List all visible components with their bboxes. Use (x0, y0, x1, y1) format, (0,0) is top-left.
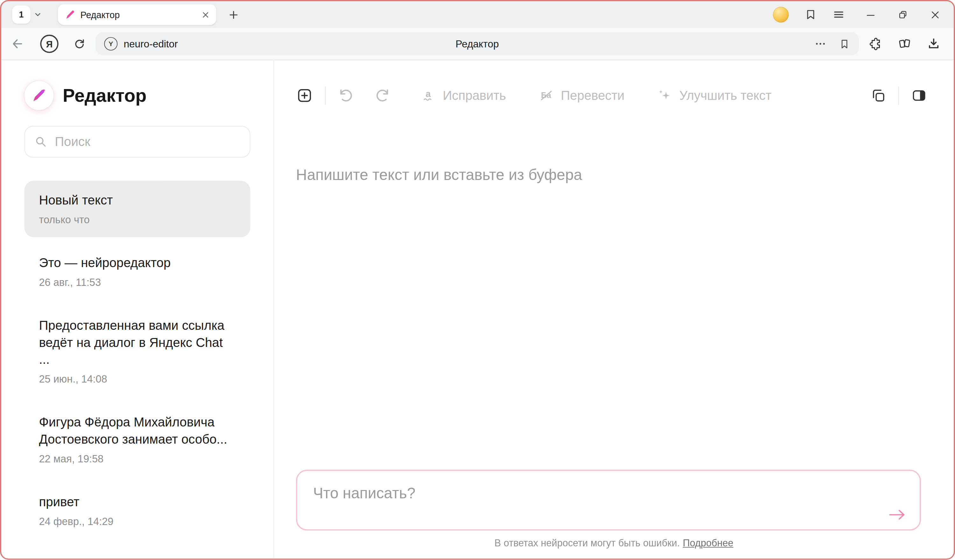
editor-favicon-pen-icon (65, 9, 75, 20)
menu-hamburger-icon[interactable] (833, 9, 845, 21)
redo-icon[interactable] (375, 88, 391, 104)
panel-toggle-icon[interactable] (911, 88, 927, 104)
improve-text-button[interactable]: Улучшить текст (658, 88, 771, 103)
search-icon (35, 136, 47, 148)
doc-item[interactable]: Это — нейроредактор 26 авг., 11:53 (25, 243, 250, 300)
tab-bar: 1 Редактор (1, 1, 954, 28)
doc-time: 22 мая, 19:58 (39, 453, 236, 465)
disclaimer-link[interactable]: Подробнее (683, 538, 733, 548)
undo-icon[interactable] (338, 88, 354, 104)
disclaimer-text: В ответах нейросети могут быть ошибки. (495, 538, 679, 548)
prompt-box[interactable] (296, 470, 921, 530)
downloads-icon[interactable] (927, 37, 940, 51)
editor-panel: а Исправить Ба Перевести (274, 60, 954, 558)
minimize-icon[interactable] (866, 9, 876, 20)
prompt-input[interactable] (297, 471, 920, 529)
search-input[interactable] (53, 134, 240, 150)
screen: 1 Редактор (0, 0, 955, 560)
browser-window: 1 Редактор (0, 0, 955, 560)
new-tab-button[interactable] (228, 9, 239, 20)
svg-text:а: а (426, 89, 431, 99)
editor-placeholder: Напишите текст или вставьте из буфера (296, 166, 582, 183)
refresh-icon[interactable] (73, 37, 86, 50)
doc-title: Это — нейроредактор (39, 254, 236, 271)
translate-label: Перевести (561, 88, 625, 103)
doc-title: привет (39, 493, 236, 511)
magic-pen-logo-icon (25, 81, 54, 110)
browser-tab[interactable]: Редактор (58, 4, 216, 25)
address-toolbar: Я Y neuro-editor Редактор (1, 28, 954, 60)
avatar[interactable] (773, 7, 789, 23)
translate-button[interactable]: Ба Перевести (539, 88, 625, 103)
extensions-puzzle-icon[interactable] (869, 37, 882, 51)
restore-icon[interactable] (898, 9, 908, 20)
doc-time: 24 февр., 14:29 (39, 516, 236, 528)
divider (325, 86, 326, 105)
document-list: Новый текст только что Это — нейроредакт… (25, 181, 250, 539)
sparkles-icon (658, 88, 672, 103)
doc-item[interactable]: Предоставленная вами ссылка ведёт на диа… (25, 306, 250, 396)
more-options-icon[interactable] (814, 38, 827, 50)
collections-icon[interactable] (898, 37, 911, 51)
app-logo-row: Редактор (25, 81, 250, 110)
close-window-icon[interactable] (930, 9, 941, 20)
sidebar: Редактор Новый текст только что Это — не… (1, 60, 274, 558)
improve-label: Улучшить текст (679, 88, 771, 103)
fix-label: Исправить (443, 88, 506, 103)
fix-button[interactable]: а Исправить (421, 88, 506, 103)
copy-icon[interactable] (870, 88, 886, 104)
tab-title: Редактор (81, 9, 196, 20)
app-title: Редактор (63, 85, 146, 106)
side-panel-bookmark-icon[interactable] (805, 9, 817, 21)
bookmark-icon[interactable] (839, 38, 850, 50)
doc-time: 26 авг., 11:53 (39, 277, 236, 289)
doc-title: Фигура Фёдора Михайловича Достоевского з… (39, 414, 236, 448)
doc-time: только что (39, 214, 236, 226)
divider (898, 86, 899, 105)
address-bar[interactable]: Y neuro-editor Редактор (96, 32, 858, 55)
tab-counter[interactable]: 1 (12, 5, 30, 23)
back-icon[interactable] (11, 37, 24, 51)
doc-time: 25 июн., 14:08 (39, 374, 236, 386)
site-icon: Y (104, 37, 117, 51)
doc-item[interactable]: привет 24 февр., 14:29 (25, 482, 250, 539)
translate-icon: Ба (539, 88, 554, 103)
editor-toolbar: а Исправить Ба Перевести (274, 60, 954, 112)
spellcheck-icon: а (421, 88, 435, 103)
doc-item[interactable]: Фигура Фёдора Михайловича Достоевского з… (25, 403, 250, 477)
doc-title: Новый текст (39, 192, 236, 209)
yandex-button[interactable]: Я (40, 35, 58, 53)
send-arrow-icon[interactable] (887, 507, 908, 522)
tab-close-icon[interactable] (202, 11, 210, 19)
page-title: Редактор (96, 38, 858, 50)
editor-text-area[interactable]: Напишите текст или вставьте из буфера (274, 112, 954, 470)
doc-item-new-text[interactable]: Новый текст только что (25, 181, 250, 237)
disclaimer: В ответах нейросети могут быть ошибки.По… (274, 530, 954, 558)
search-box[interactable] (25, 126, 250, 158)
url-text[interactable]: neuro-editor (124, 38, 178, 50)
new-document-icon[interactable] (296, 87, 313, 104)
chevron-down-icon[interactable] (33, 11, 42, 19)
doc-title: Предоставленная вами ссылка ведёт на диа… (39, 317, 236, 368)
content-area: Редактор Новый текст только что Это — не… (1, 60, 954, 558)
